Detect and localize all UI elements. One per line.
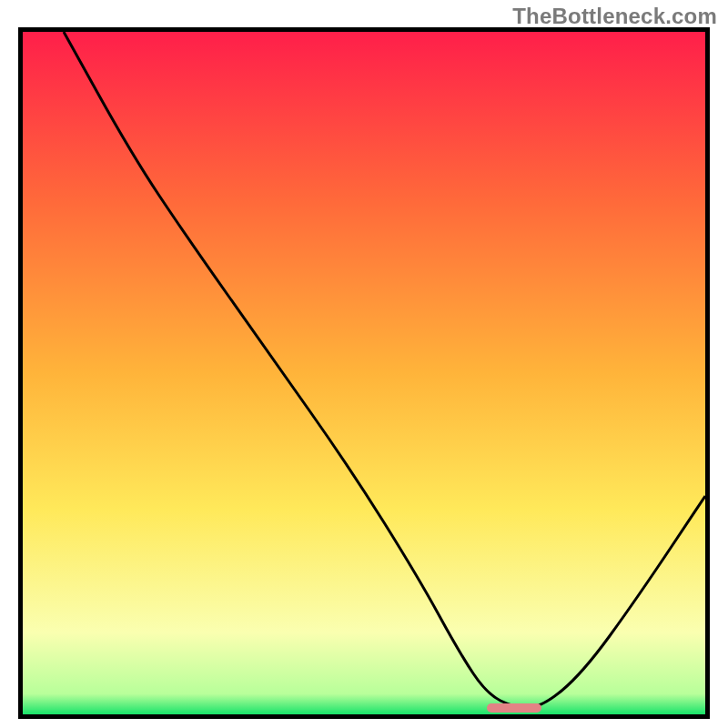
curve-path <box>64 32 705 708</box>
bottleneck-curve <box>23 32 705 714</box>
optimal-range-marker <box>487 703 541 713</box>
watermark-text: TheBottleneck.com <box>512 4 717 29</box>
plot-area <box>18 27 710 719</box>
chart-frame: TheBottleneck.com <box>0 0 728 728</box>
